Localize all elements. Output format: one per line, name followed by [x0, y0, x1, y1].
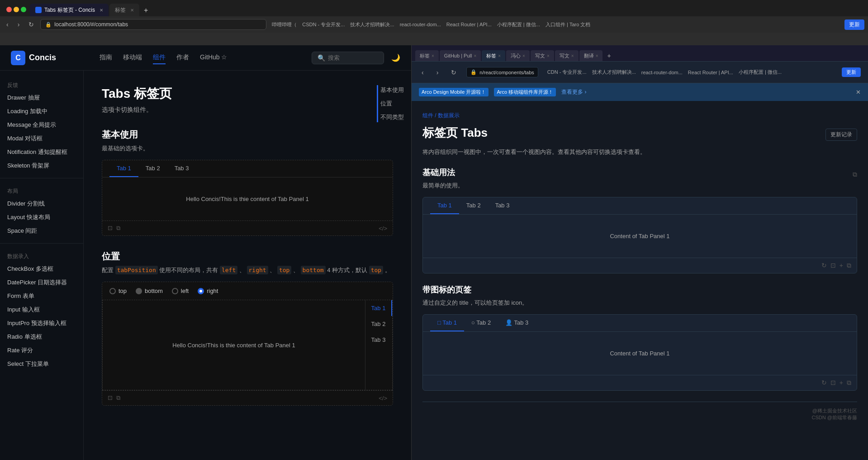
search-bar[interactable]: 🔍: [312, 52, 384, 64]
right-tab-6[interactable]: 写文×: [555, 50, 579, 61]
bookmark-2[interactable]: CSDN - 专业开发...: [300, 20, 346, 29]
sidebar-item-input[interactable]: Input 输入框: [0, 303, 83, 316]
nav-components[interactable]: 组件: [153, 52, 166, 64]
pos-tab-1[interactable]: Tab 1: [365, 300, 392, 316]
right-demo-tab-3[interactable]: Tab 3: [488, 197, 517, 214]
right-icon-demo-icon-4[interactable]: ⧉: [847, 379, 851, 387]
toc-types[interactable]: 不同类型: [380, 112, 404, 122]
radio-bottom[interactable]: bottom: [136, 288, 163, 294]
pos-tab-3[interactable]: Tab 3: [365, 332, 392, 348]
right-demo-icon-4[interactable]: ⧉: [847, 262, 851, 269]
bookmark-6[interactable]: 小程序配置 | 微信...: [495, 20, 542, 29]
sidebar-item-divider[interactable]: Divider 分割线: [0, 197, 83, 211]
right-icon-tab-1[interactable]: □ Tab 1: [430, 315, 464, 331]
right-url-bar[interactable]: 🔒 n/react/components/tabs: [466, 67, 538, 77]
demo-tab-3[interactable]: Tab 3: [167, 160, 196, 177]
breadcrumb-components[interactable]: 组件: [422, 112, 433, 119]
radio-right[interactable]: right: [198, 288, 218, 294]
toc-basic[interactable]: 基本使用: [380, 85, 404, 95]
sidebar-item-layout[interactable]: Layout 快速布局: [0, 211, 83, 224]
moon-icon[interactable]: 🌙: [391, 53, 400, 62]
code-icon-2[interactable]: </>: [379, 395, 387, 402]
demo-tab-2[interactable]: Tab 2: [138, 160, 167, 177]
right-demo-icon-1[interactable]: ↻: [821, 262, 827, 269]
reload-button[interactable]: ↻: [26, 20, 37, 29]
sidebar-item-modal[interactable]: Modal 对话框: [0, 132, 83, 145]
search-input[interactable]: [328, 54, 378, 61]
sidebar-item-select[interactable]: Select 下拉菜单: [0, 357, 83, 371]
right-bookmark-1[interactable]: CDN - 专业开发...: [545, 68, 588, 77]
bookmark-1[interactable]: 哔哩哔哩（: [270, 20, 299, 29]
back-button[interactable]: ‹: [4, 20, 11, 29]
nav-author[interactable]: 作者: [176, 52, 189, 64]
right-icon-demo-icon-3[interactable]: +: [840, 379, 843, 387]
traffic-light-red[interactable]: [6, 7, 12, 12]
sidebar-item-rate[interactable]: Rate 评分: [0, 344, 83, 357]
right-tab-2[interactable]: GitHub | Pull×: [440, 50, 481, 61]
right-icon-tab-2[interactable]: ○ Tab 2: [464, 315, 498, 331]
browser-tab-2[interactable]: 标签 ✕: [109, 4, 139, 16]
right-new-tab-button[interactable]: +: [603, 50, 614, 61]
traffic-light-yellow[interactable]: [14, 7, 19, 12]
bookmark-7[interactable]: 入口组件 | Taro 文档: [544, 20, 592, 29]
traffic-light-green[interactable]: [21, 7, 26, 12]
right-edit-icon[interactable]: ⧉: [853, 171, 857, 178]
new-tab-button[interactable]: +: [140, 5, 152, 16]
right-reload-button[interactable]: ↻: [448, 68, 459, 77]
sidebar-item-datepicker[interactable]: DatePicker 日期选择器: [0, 276, 83, 289]
right-update-button[interactable]: 更新: [842, 67, 861, 77]
browser-tab-active[interactable]: Tabs 标签页 - Concis ✕: [30, 4, 109, 16]
right-tab-5[interactable]: 写文×: [531, 50, 554, 61]
update-button[interactable]: 更新: [844, 19, 864, 30]
right-bookmark-2[interactable]: 技术人才招聘解决...: [590, 68, 638, 77]
nav-mobile[interactable]: 移动端: [123, 52, 142, 64]
right-tab-4[interactable]: 冯心×: [506, 50, 530, 61]
sidebar-item-form[interactable]: Form 表单: [0, 289, 83, 303]
demo-tab-1[interactable]: Tab 1: [109, 160, 138, 177]
sidebar-item-message[interactable]: Message 全局提示: [0, 118, 83, 132]
right-demo-tab-2[interactable]: Tab 2: [459, 197, 488, 214]
sidebar-item-drawer[interactable]: Drawer 抽屉: [0, 91, 83, 105]
tab-close-icon-2[interactable]: ✕: [130, 8, 134, 13]
toc-position[interactable]: 位置: [380, 99, 404, 109]
right-tab-active[interactable]: 标签×: [482, 50, 505, 61]
right-bookmark-5[interactable]: 小程序配置 | 微信...: [737, 68, 783, 77]
nav-guide[interactable]: 指南: [100, 52, 112, 64]
sidebar-item-radio[interactable]: Radio 单选框: [0, 330, 83, 344]
radio-left[interactable]: left: [172, 288, 189, 294]
sidebar-item-space[interactable]: Space 间距: [0, 224, 83, 238]
right-bookmark-3[interactable]: react-router-dom...: [640, 68, 684, 77]
right-icon-tab-3[interactable]: 👤 Tab 3: [498, 315, 536, 331]
right-tab-1[interactable]: 标签×: [415, 50, 439, 61]
right-bookmark-4[interactable]: React Router | API...: [686, 68, 735, 77]
nav-github[interactable]: GitHub ☆: [200, 52, 227, 64]
sidebar-item-inputpro[interactable]: InputPro 预选择输入框: [0, 316, 83, 330]
banner-close-button[interactable]: ✕: [856, 89, 861, 96]
right-back-button[interactable]: ‹: [419, 68, 427, 77]
right-demo-tab-1[interactable]: Tab 1: [430, 197, 459, 214]
forward-button[interactable]: ›: [15, 20, 23, 29]
right-icon-demo-icon-1[interactable]: ↻: [821, 379, 827, 387]
bookmark-4[interactable]: react-router-dom...: [398, 20, 443, 29]
right-tab-7[interactable]: 翻译×: [579, 50, 603, 61]
copy-icon[interactable]: ⧉: [116, 225, 120, 232]
sidebar-item-loading[interactable]: Loading 加载中: [0, 105, 83, 118]
right-demo-icon-3[interactable]: +: [840, 262, 843, 269]
bookmark-3[interactable]: 技术人才招聘解决...: [348, 20, 396, 29]
tab-close-icon[interactable]: ✕: [100, 8, 103, 13]
radio-top[interactable]: top: [109, 288, 127, 294]
sidebar-item-notification[interactable]: Notification 通知提醒框: [0, 145, 83, 159]
sidebar-item-skeleton[interactable]: Skeleton 骨架屏: [0, 159, 83, 172]
banner-link[interactable]: 查看更多 ›: [561, 88, 586, 96]
sidebar-item-checkbox[interactable]: CheckBox 多选框: [0, 262, 83, 276]
update-record-button[interactable]: 更新记录: [825, 129, 857, 141]
code-icon[interactable]: </>: [379, 225, 387, 232]
right-forward-button[interactable]: ›: [434, 68, 441, 77]
copy-icon-2[interactable]: ⧉: [116, 394, 120, 402]
pos-tab-2[interactable]: Tab 2: [365, 316, 392, 332]
right-demo-icon-2[interactable]: ⊡: [830, 262, 836, 269]
expand-icon-2[interactable]: ⊡: [108, 394, 113, 402]
expand-icon[interactable]: ⊡: [108, 225, 113, 232]
bookmark-5[interactable]: React Router | API...: [445, 20, 493, 29]
url-bar[interactable]: 🔒 localhost:8000/#/common/tabs: [40, 19, 266, 30]
